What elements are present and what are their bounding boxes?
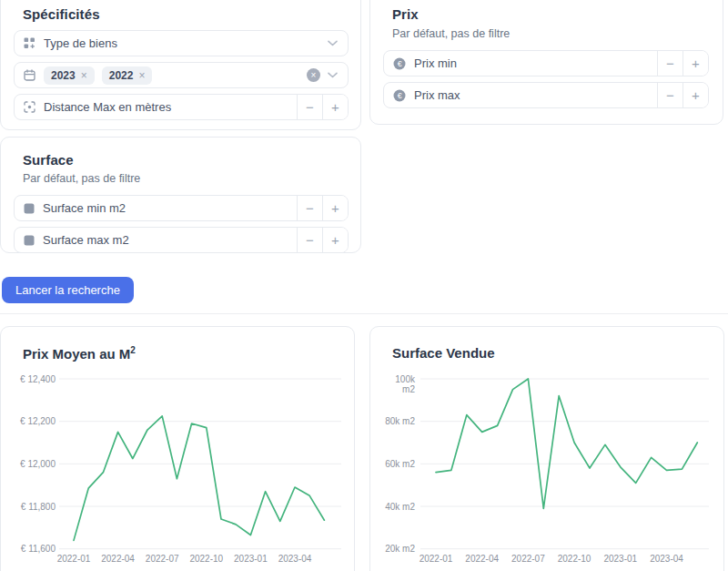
prix-panel: Prix Par défaut, pas de filtre € − + €	[369, 0, 723, 125]
type-de-biens-placeholder: Type de biens	[44, 36, 117, 50]
svg-text:40k m2: 40k m2	[385, 502, 415, 512]
svg-text:€ 12,400: € 12,400	[20, 374, 56, 384]
search-filters-page: Spécificités Type de biens 2023 ×	[0, 0, 728, 571]
clear-selection-icon[interactable]: ×	[307, 68, 320, 82]
euro-coin-icon: €	[393, 89, 406, 102]
svg-text:2023-04: 2023-04	[650, 554, 683, 564]
prix-min-input[interactable]	[414, 56, 657, 70]
euro-coin-icon: €	[393, 57, 406, 70]
panel-subtitle: Par défaut, pas de filtre	[23, 172, 140, 185]
category-grid-icon	[24, 37, 35, 49]
section-divider	[0, 313, 728, 314]
decrement-button[interactable]: −	[657, 83, 682, 107]
svg-text:€: €	[398, 91, 402, 100]
year-tag: 2022 ×	[102, 66, 153, 85]
specificites-panel: Spécificités Type de biens 2023 ×	[0, 0, 361, 130]
svg-text:2023-01: 2023-01	[234, 554, 268, 564]
scan-target-icon	[24, 101, 35, 113]
prix-max-input[interactable]	[414, 88, 657, 102]
svg-text:€ 11,800: € 11,800	[21, 502, 56, 512]
surface-min-field: − +	[14, 195, 349, 221]
year-tag-label: 2023	[51, 69, 76, 82]
svg-text:€ 12,000: € 12,000	[20, 459, 56, 469]
prix-min-stepper: − +	[657, 51, 708, 76]
decrement-button[interactable]: −	[297, 196, 322, 220]
panel-title-surface: Surface	[23, 152, 74, 168]
year-tag: 2023 ×	[44, 66, 95, 85]
year-tag-label: 2022	[109, 69, 134, 82]
increment-button[interactable]: +	[322, 95, 348, 119]
svg-text:60k m2: 60k m2	[385, 459, 415, 469]
svg-text:100k: 100k	[395, 374, 416, 384]
chevron-down-icon	[328, 72, 338, 78]
svg-text:2022-04: 2022-04	[465, 554, 499, 564]
calendar-icon	[24, 69, 35, 81]
decrement-button[interactable]: −	[657, 51, 682, 76]
square-icon	[24, 203, 35, 214]
svg-text:€ 12,200: € 12,200	[20, 416, 56, 426]
surface-min-stepper: − +	[297, 196, 348, 220]
panel-subtitle: Par défaut, pas de filtre	[392, 27, 510, 40]
panel-title-prix: Prix	[392, 6, 419, 22]
distance-stepper: − +	[297, 95, 348, 119]
years-multiselect[interactable]: 2023 × 2022 × ×	[14, 62, 349, 88]
surface-min-input[interactable]	[43, 201, 297, 215]
svg-text:2022-01: 2022-01	[420, 554, 453, 564]
surface-max-field: − +	[14, 227, 349, 253]
svg-text:€: €	[398, 59, 402, 68]
prix-max-stepper: − +	[657, 83, 708, 107]
prix-min-field: € − +	[383, 50, 709, 76]
svg-text:2022-04: 2022-04	[101, 554, 135, 564]
svg-text:2022-10: 2022-10	[189, 554, 223, 564]
increment-button[interactable]: +	[322, 196, 348, 220]
svg-text:2022-07: 2022-07	[146, 554, 179, 564]
prix-max-field: € − +	[383, 82, 709, 108]
svg-text:80k m2: 80k m2	[385, 416, 415, 426]
remove-tag-icon[interactable]: ×	[81, 70, 87, 81]
increment-button[interactable]: +	[682, 51, 708, 76]
distance-max-input[interactable]	[44, 100, 297, 114]
panel-title-specificites: Spécificités	[23, 6, 100, 22]
surface-max-input[interactable]	[43, 233, 297, 247]
remove-tag-icon[interactable]: ×	[138, 70, 145, 81]
prix-moyen-chart-card: Prix Moyen au M2 € 12,400€ 12,200€ 12,00…	[0, 326, 355, 571]
svg-text:2022-01: 2022-01	[57, 554, 91, 564]
chevron-down-icon	[328, 40, 338, 46]
decrement-button[interactable]: −	[297, 95, 322, 119]
svg-text:20k m2: 20k m2	[385, 544, 415, 554]
surface-vendue-chart-card: Surface Vendue 100km280k m260k m240k m22…	[369, 326, 724, 571]
distance-max-field: − +	[14, 94, 349, 120]
type-de-biens-select[interactable]: Type de biens	[14, 30, 349, 56]
svg-text:m2: m2	[402, 384, 415, 394]
svg-text:€ 11,600: € 11,600	[21, 544, 56, 554]
svg-text:2023-01: 2023-01	[603, 554, 637, 564]
decrement-button[interactable]: −	[297, 228, 322, 252]
svg-text:2023-04: 2023-04	[278, 554, 312, 564]
search-button[interactable]: Lancer la recherche	[2, 277, 134, 303]
svg-text:2022-07: 2022-07	[511, 554, 545, 564]
increment-button[interactable]: +	[682, 83, 708, 107]
svg-text:2022-10: 2022-10	[558, 554, 592, 564]
surface-vendue-line-chart: 100km280k m260k m240k m220k m22022-01202…	[370, 327, 723, 571]
increment-button[interactable]: +	[322, 228, 348, 252]
square-icon	[24, 235, 35, 246]
surface-max-stepper: − +	[297, 228, 348, 252]
prix-moyen-line-chart: € 12,400€ 12,200€ 12,000€ 11,800€ 11,600…	[1, 327, 354, 571]
surface-panel: Surface Par défaut, pas de filtre − +	[0, 137, 361, 253]
